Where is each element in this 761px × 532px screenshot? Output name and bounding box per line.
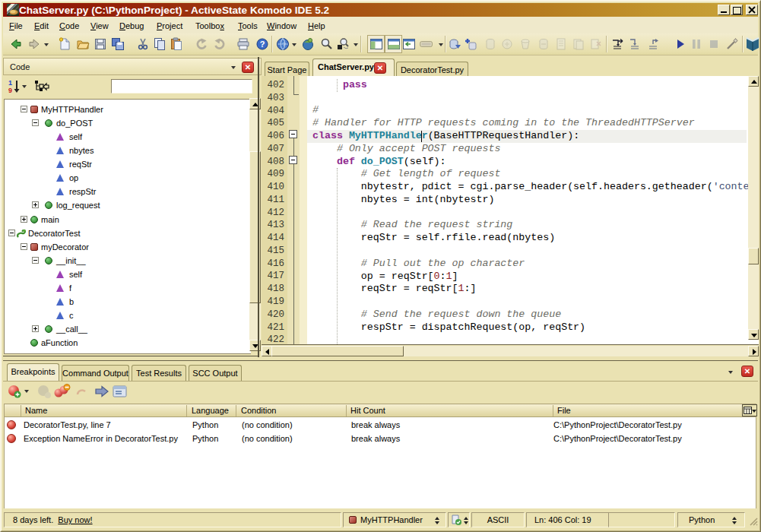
svg-text:9: 9 <box>8 87 12 94</box>
svg-text:?: ? <box>282 41 286 48</box>
svg-text:1: 1 <box>8 79 12 87</box>
svg-text:?: ? <box>260 40 265 49</box>
